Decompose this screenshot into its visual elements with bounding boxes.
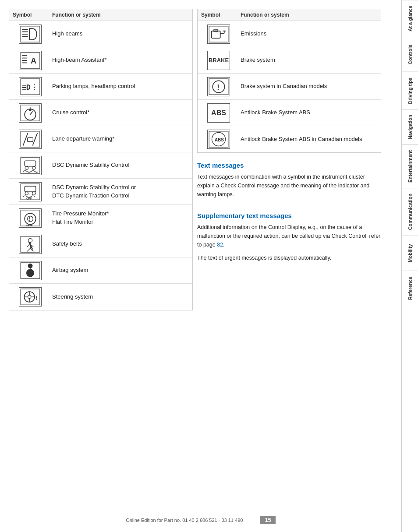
- sidebar-tab-controls[interactable]: Controls: [402, 37, 418, 72]
- function-cell-lane: Lane departure warning*: [48, 135, 189, 143]
- dsc-icon: [20, 157, 41, 174]
- symbol-box-parking: ≡D⋮: [19, 77, 42, 96]
- svg-text:ABS: ABS: [215, 137, 224, 142]
- text-messages-heading: Text messages: [197, 162, 381, 169]
- svg-point-29: [32, 192, 35, 195]
- svg-point-53: [28, 295, 31, 298]
- table-row: Safety belts: [9, 231, 192, 257]
- brake-canadian-icon: !: [208, 78, 229, 95]
- table-row: ! Steering system: [9, 284, 192, 310]
- symbol-cell-dsc-dtc: OFF: [13, 182, 48, 201]
- symbol-cell-emissions: [201, 25, 236, 44]
- symbol-box-emissions: [207, 25, 230, 44]
- svg-point-24: [25, 166, 28, 169]
- svg-rect-27: [25, 186, 35, 192]
- symbol-box-airbag: [19, 261, 42, 280]
- table-row: ABS Antilock Brake System ABS in Canadia…: [198, 126, 381, 152]
- table-row: OFF DSC Dynamic Stability Control or DTC…: [9, 179, 192, 205]
- table-row: Emissions: [198, 21, 381, 47]
- symbol-box-lane: [19, 130, 42, 149]
- high-beam-assistant-icon: A: [20, 52, 41, 69]
- symbol-cell-parking: ≡D⋮: [13, 77, 48, 96]
- svg-point-48: [28, 263, 33, 268]
- symbol-cell-tire: !: [13, 208, 48, 228]
- parking-lamps-icon: ≡D⋮: [20, 78, 41, 95]
- function-cell-steering: Steering system: [48, 293, 189, 301]
- symbol-cell-abs-ca: ABS: [201, 130, 236, 149]
- right-table-header: Symbol Function or system: [198, 9, 381, 21]
- svg-line-17: [30, 111, 32, 114]
- symbol-box-belts: [19, 235, 42, 254]
- sidebar-tab-driving-tips[interactable]: Driving tips: [402, 72, 418, 109]
- table-row: A High-beam Assistant*: [9, 47, 192, 74]
- svg-point-36: [28, 225, 29, 226]
- supplementary-heading: Supplementary text messages: [197, 212, 381, 219]
- function-cell-hba: High-beam Assistant*: [48, 56, 189, 64]
- function-cell-abs-ca: Antilock Brake System ABS in Canadian mo…: [236, 135, 377, 143]
- cruise-control-icon: [20, 104, 41, 122]
- sidebar-tab-reference[interactable]: Reference: [402, 271, 418, 306]
- symbol-cell-brake-ca: !: [201, 77, 236, 96]
- sidebar-tab-mobility[interactable]: Mobility: [402, 236, 418, 271]
- supplementary-para1: Additional information on the Control Di…: [197, 223, 381, 249]
- sidebar-tab-communication[interactable]: Communication: [402, 188, 418, 235]
- svg-point-38: [31, 225, 32, 226]
- symbol-box-tire: !: [19, 208, 42, 228]
- function-cell-high-beams: High beams: [48, 30, 189, 38]
- symbol-cell-high-beams: [13, 25, 48, 44]
- page-number: 15: [260, 516, 275, 524]
- svg-text:!: !: [28, 216, 30, 222]
- right-function-col-header: Function or system: [236, 12, 377, 18]
- symbol-box-high-beams: [19, 25, 42, 44]
- svg-rect-21: [28, 137, 33, 141]
- left-column: Symbol Function or system: [9, 9, 193, 523]
- sidebar-tab-entertainment[interactable]: Entertainment: [402, 144, 418, 188]
- svg-rect-59: [209, 26, 228, 42]
- steering-icon: !: [20, 288, 41, 306]
- sidebar-tab-navigation[interactable]: Navigation: [402, 109, 418, 144]
- svg-point-28: [25, 192, 28, 195]
- function-cell-belts: Safety belts: [48, 240, 189, 248]
- table-row: DSC Dynamic Stability Control: [9, 152, 192, 179]
- main-content: Symbol Function or system: [0, 0, 401, 532]
- symbol-box-brake-ca: !: [207, 77, 230, 96]
- lane-departure-icon: [20, 130, 41, 148]
- edition-text: Online Edition for Part no. 01 40 2 606 …: [126, 518, 243, 523]
- svg-line-20: [32, 133, 37, 145]
- symbol-cell-abs: ABS: [201, 103, 236, 123]
- text-messages-body: Text messages in combination with a symb…: [197, 173, 381, 199]
- airbag-icon: [20, 262, 41, 279]
- symbol-cell-belts: [13, 235, 48, 254]
- svg-point-49: [26, 269, 34, 277]
- table-row: Airbag system: [9, 257, 192, 284]
- table-row: ! Tire Pressure Monitor* Flat Tire Monit…: [9, 205, 192, 231]
- table-row: ! Brake system in Canadian models: [198, 74, 381, 100]
- svg-point-35: [26, 225, 28, 226]
- abs-text-label: ABS: [211, 109, 226, 117]
- sidebar-tab-at-a-glance[interactable]: At a glance: [402, 0, 418, 37]
- table-row: ABS Antilock Brake System ABS: [198, 100, 381, 126]
- svg-text:≡D⋮: ≡D⋮: [22, 83, 38, 92]
- left-function-col-header: Function or system: [48, 12, 189, 18]
- function-cell-cruise: Cruise control*: [48, 109, 189, 116]
- table-row: High beams: [9, 21, 192, 47]
- symbol-cell-hba: A: [13, 51, 48, 70]
- svg-rect-23: [25, 161, 35, 166]
- table-row: Cruise control*: [9, 100, 192, 126]
- right-column: Symbol Function or system: [197, 9, 381, 523]
- brake-text-label: BRAKE: [209, 57, 229, 63]
- symbol-box-hba: A: [19, 51, 42, 70]
- function-cell-airbag: Airbag system: [48, 266, 189, 274]
- page-82-link[interactable]: 82: [217, 242, 223, 248]
- function-cell-emissions: Emissions: [236, 30, 377, 38]
- symbol-box-dsc: [19, 156, 42, 175]
- page-wrapper: Symbol Function or system: [0, 0, 418, 532]
- tire-pressure-icon: !: [20, 209, 41, 227]
- table-row: ≡D⋮ Parking lamps, headlamp control: [9, 74, 192, 100]
- svg-rect-13: [21, 105, 40, 120]
- table-row: Lane departure warning*: [9, 126, 192, 152]
- supplementary-para2: The text of urgent messages is displayed…: [197, 254, 381, 262]
- left-symbol-col-header: Symbol: [13, 12, 48, 18]
- text-messages-section: Text messages Text messages in combinati…: [197, 157, 381, 208]
- left-table-header: Symbol Function or system: [9, 9, 192, 21]
